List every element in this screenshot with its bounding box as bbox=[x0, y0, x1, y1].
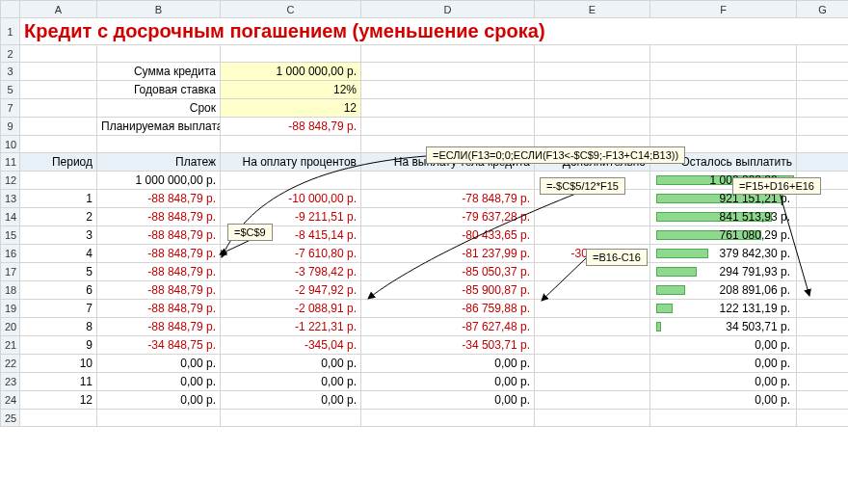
title-cell[interactable]: Кредит с досрочным погашением (уменьшени… bbox=[20, 18, 849, 45]
col-header[interactable]: A bbox=[20, 1, 97, 18]
payment-cell[interactable]: -88 848,79 р. bbox=[97, 190, 221, 208]
col-header[interactable]: C bbox=[221, 1, 361, 18]
interest-cell[interactable]: -3 798,42 р. bbox=[221, 263, 361, 281]
principal-cell[interactable]: -87 627,48 р. bbox=[361, 318, 535, 336]
period-cell[interactable]: 4 bbox=[20, 245, 97, 263]
interest-cell[interactable]: 0,00 р. bbox=[221, 355, 361, 373]
interest-cell[interactable]: -10 000,00 р. bbox=[221, 190, 361, 208]
row-header[interactable]: 7 bbox=[1, 99, 20, 118]
row-header[interactable]: 10 bbox=[1, 136, 20, 153]
interest-cell[interactable]: -2 088,91 р. bbox=[221, 300, 361, 318]
balance-cell[interactable]: 0,00 р. bbox=[650, 373, 797, 391]
extra-cell[interactable] bbox=[535, 391, 650, 410]
row-header[interactable]: 23 bbox=[1, 373, 20, 391]
col-header[interactable]: B bbox=[97, 1, 221, 18]
balance-cell[interactable]: 841 513,93 р. bbox=[650, 208, 797, 226]
row-header[interactable]: 25 bbox=[1, 410, 20, 427]
payment-cell[interactable]: 1 000 000,00 р. bbox=[97, 172, 221, 190]
term-label[interactable]: Срок bbox=[97, 99, 221, 118]
row-header[interactable]: 24 bbox=[1, 391, 20, 410]
payment-cell[interactable]: -88 848,79 р. bbox=[97, 300, 221, 318]
row-header[interactable]: 1 bbox=[1, 18, 20, 45]
row-header[interactable]: 9 bbox=[1, 118, 20, 136]
principal-cell[interactable]: -80 433,65 р. bbox=[361, 226, 535, 245]
row-header[interactable]: 14 bbox=[1, 208, 20, 226]
principal-cell[interactable]: 0,00 р. bbox=[361, 355, 535, 373]
sum-value[interactable]: 1 000 000,00 р. bbox=[221, 63, 361, 81]
row-header[interactable]: 22 bbox=[1, 355, 20, 373]
balance-cell[interactable]: 761 080,29 р. bbox=[650, 226, 797, 245]
principal-cell[interactable] bbox=[361, 172, 535, 190]
balance-cell[interactable]: 208 891,06 р. bbox=[650, 281, 797, 300]
hdr-payment[interactable]: Платеж bbox=[97, 153, 221, 172]
extra-cell[interactable] bbox=[535, 226, 650, 245]
extra-cell[interactable] bbox=[535, 208, 650, 226]
row-header[interactable]: 13 bbox=[1, 190, 20, 208]
term-value[interactable]: 12 bbox=[221, 99, 361, 118]
period-cell[interactable] bbox=[20, 172, 97, 190]
principal-cell[interactable]: -85 900,87 р. bbox=[361, 281, 535, 300]
hdr-interest[interactable]: На оплату процентов bbox=[221, 153, 361, 172]
row-header[interactable]: 2 bbox=[1, 45, 20, 63]
row-header[interactable]: 18 bbox=[1, 281, 20, 300]
principal-cell[interactable]: 0,00 р. bbox=[361, 373, 535, 391]
col-header[interactable]: E bbox=[535, 1, 650, 18]
interest-cell[interactable]: -1 221,31 р. bbox=[221, 318, 361, 336]
payment-cell[interactable]: 0,00 р. bbox=[97, 355, 221, 373]
row-header[interactable]: 15 bbox=[1, 226, 20, 245]
interest-cell[interactable] bbox=[221, 172, 361, 190]
extra-cell[interactable] bbox=[535, 300, 650, 318]
payment-cell[interactable]: -34 848,75 р. bbox=[97, 336, 221, 355]
period-cell[interactable]: 9 bbox=[20, 336, 97, 355]
corner-cell[interactable] bbox=[1, 1, 20, 18]
principal-cell[interactable]: -78 848,79 р. bbox=[361, 190, 535, 208]
plan-value[interactable]: -88 848,79 р. bbox=[221, 118, 361, 136]
period-cell[interactable]: 1 bbox=[20, 190, 97, 208]
extra-cell[interactable] bbox=[535, 281, 650, 300]
extra-cell[interactable] bbox=[535, 336, 650, 355]
period-cell[interactable]: 10 bbox=[20, 355, 97, 373]
rate-label[interactable]: Годовая ставка bbox=[97, 81, 221, 99]
plan-label[interactable]: Планируемая выплата bbox=[97, 118, 221, 136]
interest-cell[interactable]: -7 610,80 р. bbox=[221, 245, 361, 263]
row-header[interactable]: 17 bbox=[1, 263, 20, 281]
period-cell[interactable]: 12 bbox=[20, 391, 97, 410]
balance-cell[interactable]: 0,00 р. bbox=[650, 391, 797, 410]
balance-cell[interactable]: 0,00 р. bbox=[650, 336, 797, 355]
interest-cell[interactable]: 0,00 р. bbox=[221, 391, 361, 410]
extra-cell[interactable] bbox=[535, 355, 650, 373]
period-cell[interactable]: 7 bbox=[20, 300, 97, 318]
row-header[interactable]: 16 bbox=[1, 245, 20, 263]
spreadsheet-grid[interactable]: A B C D E F G 1 Кредит с досрочным погаш… bbox=[0, 0, 848, 427]
row-header[interactable]: 21 bbox=[1, 336, 20, 355]
extra-cell[interactable] bbox=[535, 373, 650, 391]
balance-cell[interactable]: 34 503,71 р. bbox=[650, 318, 797, 336]
period-cell[interactable]: 2 bbox=[20, 208, 97, 226]
row-header[interactable]: 19 bbox=[1, 300, 20, 318]
col-header[interactable]: G bbox=[797, 1, 849, 18]
interest-cell[interactable]: -2 947,92 р. bbox=[221, 281, 361, 300]
period-cell[interactable]: 5 bbox=[20, 263, 97, 281]
principal-cell[interactable]: -85 050,37 р. bbox=[361, 263, 535, 281]
payment-cell[interactable]: -88 848,79 р. bbox=[97, 245, 221, 263]
period-cell[interactable]: 3 bbox=[20, 226, 97, 245]
row-header[interactable]: 12 bbox=[1, 172, 20, 190]
principal-cell[interactable]: -81 237,99 р. bbox=[361, 245, 535, 263]
period-cell[interactable]: 8 bbox=[20, 318, 97, 336]
payment-cell[interactable]: 0,00 р. bbox=[97, 373, 221, 391]
interest-cell[interactable]: -345,04 р. bbox=[221, 336, 361, 355]
payment-cell[interactable]: -88 848,79 р. bbox=[97, 226, 221, 245]
payment-cell[interactable]: -88 848,79 р. bbox=[97, 208, 221, 226]
col-header[interactable]: F bbox=[650, 1, 797, 18]
interest-cell[interactable]: 0,00 р. bbox=[221, 373, 361, 391]
hdr-period[interactable]: Период bbox=[20, 153, 97, 172]
payment-cell[interactable]: -88 848,79 р. bbox=[97, 281, 221, 300]
extra-cell[interactable] bbox=[535, 318, 650, 336]
payment-cell[interactable]: 0,00 р. bbox=[97, 391, 221, 410]
row-header[interactable]: 11 bbox=[1, 153, 20, 172]
row-header[interactable]: 5 bbox=[1, 81, 20, 99]
principal-cell[interactable]: -79 637,28 р. bbox=[361, 208, 535, 226]
col-header[interactable]: D bbox=[361, 1, 535, 18]
period-cell[interactable]: 11 bbox=[20, 373, 97, 391]
balance-cell[interactable]: 379 842,30 р. bbox=[650, 245, 797, 263]
